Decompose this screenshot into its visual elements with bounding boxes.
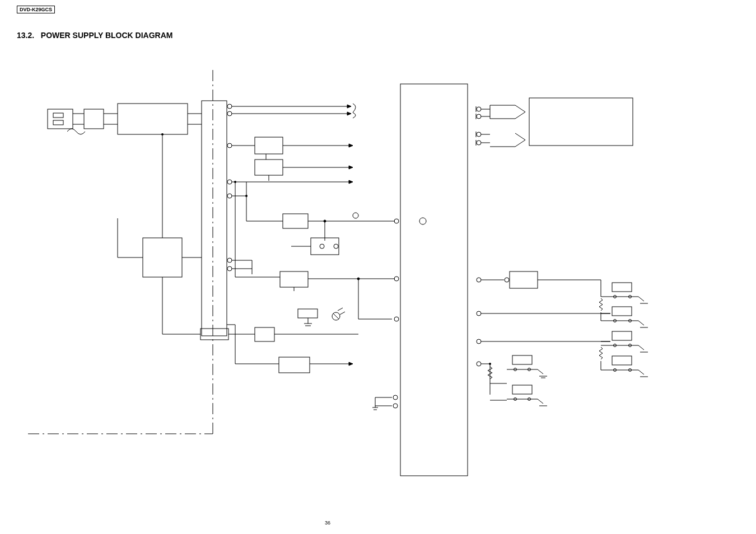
svg-rect-4 — [53, 120, 63, 125]
svg-line-161 — [638, 370, 644, 374]
svg-rect-75 — [298, 309, 318, 318]
svg-rect-56 — [280, 271, 308, 287]
svg-point-110 — [477, 278, 481, 282]
svg-line-80 — [333, 313, 339, 319]
svg-line-155 — [638, 345, 644, 350]
svg-rect-123 — [512, 355, 532, 364]
svg-point-91 — [393, 395, 398, 400]
block-diagram — [0, 50, 756, 515]
svg-point-20 — [227, 143, 232, 148]
svg-line-127 — [538, 369, 543, 374]
svg-line-146 — [638, 321, 644, 325]
svg-point-42 — [394, 219, 399, 223]
svg-point-51 — [227, 266, 232, 271]
svg-point-43 — [419, 218, 426, 224]
svg-line-81 — [338, 308, 343, 311]
svg-point-30 — [227, 180, 232, 184]
svg-line-134 — [538, 399, 543, 404]
svg-line-82 — [340, 312, 345, 315]
svg-marker-29 — [349, 166, 353, 169]
section-title-text: POWER SUPPLY BLOCK DIAGRAM — [41, 31, 173, 40]
svg-rect-69 — [200, 329, 228, 340]
svg-rect-142 — [612, 307, 632, 316]
svg-point-41 — [353, 213, 358, 218]
svg-marker-34 — [349, 180, 353, 184]
svg-rect-62 — [143, 238, 182, 277]
svg-point-98 — [477, 114, 481, 119]
svg-point-74 — [394, 317, 399, 321]
svg-point-114 — [477, 311, 481, 316]
svg-point-97 — [477, 107, 481, 111]
page-number: 36 — [325, 520, 330, 526]
svg-rect-39 — [283, 214, 308, 228]
svg-rect-7 — [84, 109, 104, 129]
svg-point-47 — [320, 244, 324, 249]
model-label: DVD-K29GCS — [17, 6, 55, 13]
section-number: 13.2. — [17, 31, 34, 40]
svg-line-140 — [638, 297, 644, 301]
svg-point-50 — [227, 258, 232, 263]
svg-rect-157 — [612, 356, 632, 365]
svg-rect-26 — [255, 160, 283, 175]
svg-rect-113 — [510, 271, 538, 288]
svg-point-118 — [477, 362, 481, 366]
svg-rect-3 — [53, 113, 63, 118]
svg-rect-10 — [118, 104, 188, 134]
svg-rect-96 — [400, 84, 468, 476]
svg-point-116 — [477, 339, 481, 344]
svg-marker-19 — [347, 112, 351, 115]
svg-rect-71 — [255, 327, 274, 341]
svg-rect-136 — [612, 283, 632, 292]
svg-marker-18 — [347, 105, 351, 108]
svg-point-15 — [227, 111, 232, 116]
svg-point-172 — [234, 181, 236, 183]
svg-point-48 — [334, 244, 338, 249]
svg-point-92 — [393, 404, 398, 408]
svg-rect-22 — [255, 137, 283, 154]
svg-rect-109 — [529, 98, 633, 146]
svg-point-59 — [394, 277, 399, 281]
svg-rect-83 — [279, 357, 310, 373]
svg-point-14 — [227, 104, 232, 109]
svg-point-103 — [477, 132, 481, 137]
section-title: 13.2. POWER SUPPLY BLOCK DIAGRAM — [17, 31, 173, 40]
svg-point-112 — [505, 278, 509, 282]
svg-rect-11 — [202, 101, 227, 336]
svg-rect-2 — [48, 109, 73, 129]
svg-point-104 — [477, 140, 481, 145]
svg-point-170 — [161, 133, 164, 135]
svg-point-173 — [489, 363, 491, 365]
svg-rect-151 — [612, 331, 632, 340]
svg-point-35 — [227, 194, 232, 198]
svg-marker-24 — [349, 144, 353, 147]
svg-rect-130 — [512, 385, 532, 394]
svg-marker-88 — [349, 362, 353, 366]
svg-point-171 — [245, 195, 248, 197]
